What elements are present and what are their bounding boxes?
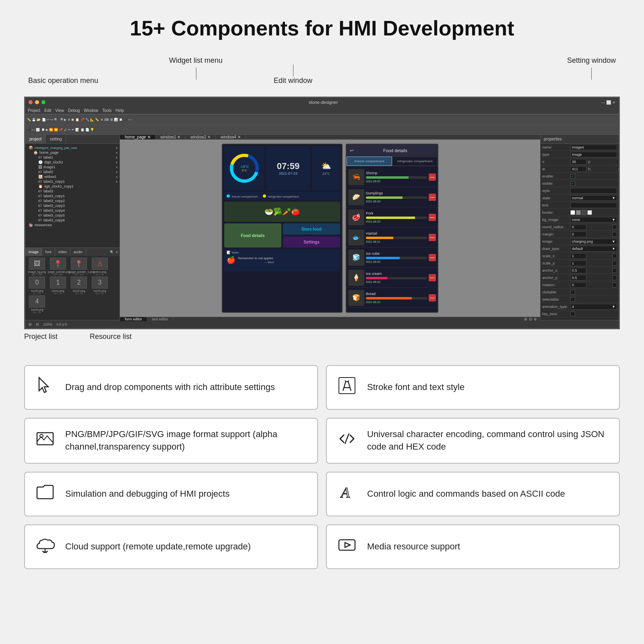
prop-margin-value[interactable]: 0 — [570, 231, 586, 237]
resource-item[interactable]: 🖼 image_bg.png 100 × 200 — [27, 258, 47, 276]
prop-w-value[interactable]: 411 — [570, 166, 586, 172]
tree-item[interactable]: ⏰iigit_clock1_copy1 — [25, 184, 120, 189]
food-tab-freezer[interactable]: freezer compartment — [347, 157, 392, 166]
tree-item[interactable]: 🖼image1 ∧ — [25, 165, 120, 169]
color-swatch-1[interactable] — [570, 210, 575, 215]
tree-item[interactable]: 🪟widow1 ∧ — [25, 174, 120, 179]
prop-text-value[interactable] — [570, 202, 617, 208]
prop-round-radius-checkbox[interactable] — [612, 225, 617, 229]
tree-item[interactable]: 🏷label3_copy4 — [25, 208, 120, 213]
icecube-bar — [366, 257, 427, 259]
menu-help[interactable]: Help — [116, 108, 124, 113]
prop-x-value[interactable]: 36 — [570, 159, 586, 165]
pork-delete-button[interactable]: — — [429, 214, 436, 221]
prop-enable-checkbox[interactable]: ✓ — [570, 174, 575, 179]
prop-scale-y-value[interactable]: 1 — [570, 260, 586, 266]
food-item-icecream: 🍦 Ice cream 2021-09-03 — — [347, 268, 438, 288]
panel-tab-setting[interactable]: setting — [46, 135, 66, 143]
resource-item[interactable]: ⚠ notice.png 16 × 24 — [90, 258, 110, 276]
prop-anchor-x-row: anchor_x: 0.5 — [541, 267, 619, 274]
tab-form-editor[interactable]: form editor — [120, 317, 147, 321]
tab-window1[interactable]: window1 ✕ — [156, 135, 186, 139]
menu-project[interactable]: Project — [28, 108, 40, 113]
tree-item-resources[interactable]: 📚resources — [25, 223, 120, 227]
prop-draw-type-label: draw_type: — [542, 247, 570, 251]
resource-item[interactable]: 2 num2.png 18 × 22 — [69, 277, 89, 295]
prop-scale-x-value[interactable]: 1 — [570, 253, 586, 259]
tree-item[interactable]: 📦 Intelligent_charging_pile_new ∧ — [25, 145, 120, 150]
settings-button[interactable]: Settings — [283, 236, 340, 248]
prop-anchor-x-value[interactable]: 0.5 — [570, 268, 586, 273]
menu-debug[interactable]: Debug — [68, 108, 80, 113]
tree-item[interactable]: 🏷label3 — [25, 189, 120, 194]
add-resource-button[interactable]: + — [116, 250, 118, 254]
resource-tab-image[interactable]: image — [25, 248, 42, 256]
tab-home-page[interactable]: home_page ✕ — [120, 135, 156, 139]
tree-item[interactable]: 🏷label3_copy6 — [25, 218, 120, 223]
back-icon[interactable]: ↩ — [350, 148, 354, 153]
resource-item[interactable]: 0 num0.png 16 × 22 — [27, 277, 47, 295]
resource-item[interactable]: 4 num4.png 18 × 22 — [27, 295, 47, 314]
menu-window[interactable]: Window — [84, 108, 98, 113]
prop-style-value[interactable] — [570, 188, 617, 194]
resource-item[interactable]: 📍 juage_pointer_1.png 10 × 154 — [69, 258, 89, 276]
store-food-button[interactable]: Store food — [283, 223, 340, 235]
tree-item[interactable]: 🏠home_page ∧ — [25, 150, 120, 155]
search-icon[interactable]: 🔍 — [110, 250, 114, 254]
prop-y-value[interactable]: 120 — [616, 159, 619, 165]
resource-tab-video[interactable]: video — [55, 248, 71, 256]
prop-selectable-checkbox[interactable] — [570, 297, 575, 302]
prop-anchor-y-checkbox[interactable] — [612, 275, 617, 280]
prop-scale-x-checkbox[interactable] — [612, 254, 617, 258]
hairtail-delete-button[interactable]: — — [429, 234, 436, 241]
resource-item[interactable]: 1 num1.png 18 × 22 — [48, 277, 68, 295]
icecream-delete-button[interactable]: — — [429, 274, 436, 281]
prop-clickable-checkbox[interactable] — [570, 290, 575, 295]
tree-item[interactable]: 🏷label3_copy3 — [25, 203, 120, 208]
panel-tab-project[interactable]: project — [25, 135, 46, 143]
tree-item[interactable]: 🕐digit_clock1 ∧ — [25, 160, 120, 165]
prop-round-radius-value[interactable]: 0 — [570, 224, 586, 230]
tree-item[interactable]: 🏷label3_copy1 — [25, 194, 120, 198]
tree-item[interactable]: 🏷label1_copy1 ∧ — [25, 179, 120, 184]
color-swatch-2[interactable] — [576, 210, 581, 215]
prop-h-label: h: — [588, 167, 616, 171]
menu-tools[interactable]: Tools — [102, 108, 111, 113]
resource-item[interactable]: 📍 juage_pointer.png 11 × 152 — [48, 258, 68, 276]
tab-window4[interactable]: window4 ✕ — [216, 135, 246, 139]
prop-name-value[interactable]: image4 — [570, 144, 617, 150]
prop-rotation-checkbox[interactable] — [612, 283, 617, 287]
prop-bg-image-dropdown[interactable]: none▼ — [570, 217, 617, 223]
tree-item[interactable]: 🏷label2 ∧ — [25, 169, 120, 174]
tab-window2[interactable]: window2 ✕ — [186, 135, 216, 139]
bread-delete-button[interactable]: — — [429, 294, 436, 301]
prop-h-value[interactable]: 289 — [616, 166, 619, 172]
prop-anchor-x-checkbox[interactable] — [612, 268, 617, 273]
prop-visible-checkbox[interactable]: ✓ — [570, 181, 575, 186]
food-details-button[interactable]: Food details — [224, 223, 281, 248]
prop-draw-type-dropdown[interactable]: default▼ — [570, 246, 617, 252]
prop-state-dropdown[interactable]: normal▼ — [570, 195, 617, 201]
prop-rotation-value[interactable]: 0 — [570, 282, 586, 288]
prop-anchor-y-value[interactable]: 0.5 — [570, 275, 586, 281]
tab-text-editor[interactable]: text editor — [147, 317, 173, 321]
prop-animation-type-dropdown[interactable]: 4▼ — [570, 304, 617, 310]
prop-image-dropdown[interactable]: charging.png▼ — [570, 239, 617, 244]
dumplings-delete-button[interactable]: — — [429, 194, 436, 201]
shrimp-delete-button[interactable]: — — [429, 173, 436, 181]
prop-scale-y-checkbox[interactable] — [612, 261, 617, 266]
tree-item[interactable]: 🏷label3_copy5 — [25, 213, 120, 218]
icecube-delete-button[interactable]: — — [429, 254, 436, 261]
color-swatch-3[interactable] — [582, 210, 586, 215]
prop-margin-checkbox[interactable] — [612, 232, 617, 237]
menu-view[interactable]: View — [55, 108, 64, 113]
food-tab-refrigerator[interactable]: refrigerator compartment — [392, 157, 438, 166]
resource-tab-font[interactable]: font — [42, 248, 55, 256]
color-swatch-4[interactable] — [587, 210, 592, 215]
resource-tab-audio[interactable]: audio — [70, 248, 86, 256]
resource-item[interactable]: 3 num3.png 18 × 22 — [90, 277, 110, 295]
prop-key-tone-checkbox[interactable] — [570, 312, 575, 316]
tree-item[interactable]: 🏷label1 ∧ — [25, 155, 120, 160]
tree-item[interactable]: 🏷label3_copy2 — [25, 198, 120, 203]
menu-edit[interactable]: Edit — [44, 108, 51, 113]
